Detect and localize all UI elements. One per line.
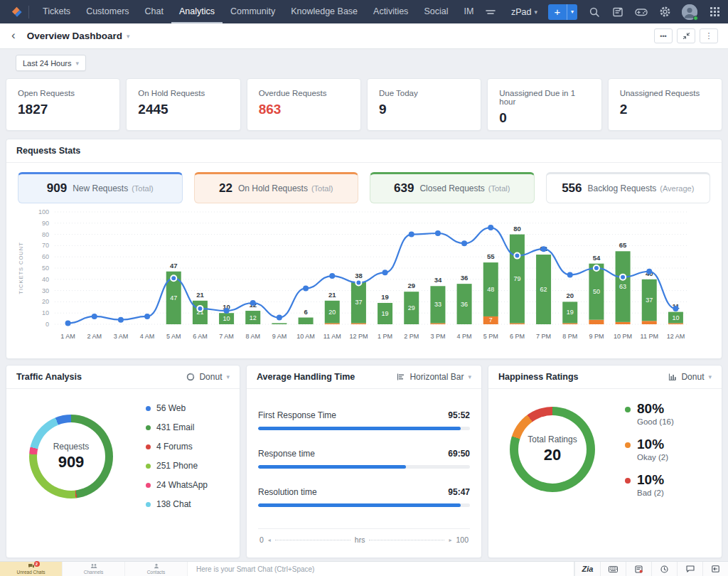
traffic-legend-item-forums[interactable]: 4 Forums [146,442,208,452]
nav-item-social[interactable]: Social [416,0,456,23]
kpi-value: 1827 [18,102,108,117]
more-actions-button[interactable]: ••• [654,28,673,43]
kpi-card-overdue-requests[interactable]: Overdue Requests863 [247,78,361,131]
kpi-card-unassigned-requests[interactable]: Unassigned Requests2 [608,78,722,131]
nav-item-im[interactable]: IM [456,0,481,23]
app-logo-icon[interactable] [7,3,26,21]
kpi-card-on-hold-requests[interactable]: On Hold Requests2445 [126,78,240,131]
stat-pill-new-requests[interactable]: 909New Requests(Total) [18,172,183,203]
add-new-button[interactable]: + ▾ [548,4,577,20]
kpi-card-open-requests[interactable]: Open Requests1827 [6,78,120,131]
svg-text:79: 79 [513,275,520,282]
stat-pill-backlog-requests[interactable]: 556Backlog Requests(Average) [546,172,711,203]
handling-row-response-time[interactable]: Response time69:50 [258,449,470,469]
svg-text:21: 21 [328,291,336,299]
legend-dot [146,483,151,488]
contacts-tab[interactable]: Contacts [125,562,188,576]
unread-chats-tab[interactable]: 2 Unread Chats [0,562,63,576]
handling-view-selector[interactable]: Horizontal Bar ▾ [397,372,471,382]
svg-text:2 PM: 2 PM [404,333,419,340]
nav-item-customers[interactable]: Customers [78,0,136,23]
nav-item-knowledge-base[interactable]: Knowledge Base [283,0,365,23]
apps-grid-icon[interactable] [708,6,721,18]
happiness-legend-item-okay[interactable]: 10%Okay (2) [625,437,674,462]
pill-suffix: (Total) [488,184,510,193]
kpi-value: 9 [379,102,469,117]
legend-texts: 80%Good (16) [637,402,674,426]
history-clock-icon[interactable] [651,562,677,576]
zia-button[interactable]: Zia [574,562,600,576]
channels-tab[interactable]: Channels [63,562,125,576]
svg-text:12 PM: 12 PM [349,333,368,340]
kpi-card-unassigned-due-in-1-hour[interactable]: Unassigned Due in 1 hour0 [487,78,601,131]
happiness-donut[interactable]: Total Ratings 20 [510,407,595,492]
hide-panel-icon[interactable] [702,562,728,576]
svg-text:9 PM: 9 PM [589,333,604,340]
chevron-down-icon: ▾ [534,9,537,16]
add-new-dropdown[interactable]: ▾ [567,4,577,20]
chat-bubble-icon[interactable] [677,562,702,576]
keyboard-shortcuts-icon[interactable] [600,562,626,576]
time-range-filter[interactable]: Last 24 Hours ▾ [16,55,86,71]
traffic-legend-item-web[interactable]: 56 Web [146,403,208,413]
smart-chat-input[interactable]: Here is your Smart Chat (Ctrl+Space) [188,562,574,576]
settings-gear-icon[interactable] [658,6,671,18]
gamescope-icon[interactable] [635,6,648,18]
svg-text:7 PM: 7 PM [536,333,551,340]
traffic-analysis-body: Requests 909 56 Web431 Email4 Forums251 … [6,389,240,523]
collapse-button[interactable] [677,28,695,43]
notes-icon[interactable] [626,562,651,576]
svg-text:70: 70 [42,242,49,249]
pill-suffix: (Average) [660,184,694,193]
requests-stats-chart[interactable]: 0102030405060708090100TICKETS COUNT47472… [14,206,710,347]
kpi-label: Unassigned Requests [620,89,710,97]
search-icon[interactable] [588,6,601,18]
nav-item-activities[interactable]: Activities [365,0,416,23]
svg-text:37: 37 [355,299,362,306]
feedback-icon[interactable] [611,6,624,18]
legend-dot [625,407,631,412]
happiness-legend-item-good[interactable]: 80%Good (16) [625,402,674,426]
handling-row-resolution-time[interactable]: Resolution time95:47 [258,487,470,507]
svg-text:21: 21 [196,291,204,299]
stat-pill-closed-requests[interactable]: 639Closed Requests(Total) [370,172,535,203]
handling-row-first-response-time[interactable]: First Response Time95:52 [258,410,470,430]
dashboard-switcher-caret[interactable]: ▾ [127,33,130,40]
kpi-label: On Hold Requests [138,89,228,97]
axis-min: 0 [259,535,264,544]
workspace-selector[interactable]: zPad ▾ [511,7,537,17]
happiness-donut-center: Total Ratings 20 [518,415,587,484]
kebab-menu-button[interactable]: ⋮ [700,28,718,43]
svg-text:6: 6 [304,308,307,316]
nav-item-chat[interactable]: Chat [137,0,171,23]
svg-text:29: 29 [408,304,415,311]
stat-pill-on-hold-requests[interactable]: 22On Hold Requests(Total) [194,172,359,203]
kpi-card-due-today[interactable]: Due Today9 [367,78,481,131]
svg-text:5 PM: 5 PM [483,333,498,340]
pill-label: Backlog Requests [588,183,657,193]
pill-label: New Requests [73,183,128,193]
plus-icon[interactable]: + [548,4,567,20]
nav-more-icon[interactable] [486,9,496,16]
traffic-legend-item-phone[interactable]: 251 Phone [146,461,208,471]
svg-text:7 AM: 7 AM [219,333,234,340]
traffic-donut[interactable]: Requests 909 [29,415,113,498]
traffic-legend-item-whatsapp[interactable]: 24 WhatsApp [146,480,208,490]
svg-text:90: 90 [42,220,49,227]
back-button[interactable]: ‹ [10,28,21,44]
traffic-legend-item-email[interactable]: 431 Email [146,422,208,432]
legend-dot [146,406,151,411]
user-avatar[interactable] [682,4,697,20]
nav-item-tickets[interactable]: Tickets [35,0,78,23]
dashboard-header: ‹ Overview Dashboard ▾ ••• ⋮ [0,23,728,49]
traffic-legend-item-chat[interactable]: 138 Chat [146,499,208,509]
nav-item-community[interactable]: Community [223,0,283,23]
happiness-legend-item-bad[interactable]: 10%Bad (2) [625,473,674,497]
legend-text: 251 Phone [156,461,198,471]
traffic-view-selector[interactable]: Donut ▾ [186,372,230,382]
svg-text:4 PM: 4 PM [457,333,472,340]
happiness-view-selector[interactable]: Donut ▾ [668,372,712,382]
nav-item-analytics[interactable]: Analytics [171,0,223,23]
handling-bar-track [258,427,470,430]
unread-count-badge: 2 [34,561,40,567]
